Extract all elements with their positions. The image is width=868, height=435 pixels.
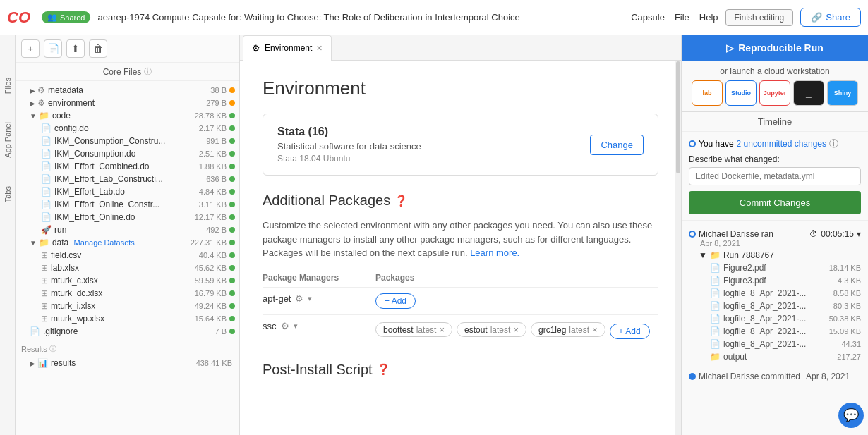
tab-environment[interactable]: ⚙ Environment × (243, 35, 332, 61)
run-expand-icon[interactable]: ▾ (857, 229, 861, 239)
list-item[interactable]: 🚀 run 492 B (16, 223, 239, 236)
run-folder-name: ▼ 📁 Run 7888767 (699, 250, 861, 260)
xlsx-icon: ⊞ (41, 301, 48, 311)
tab-close-button[interactable]: × (316, 42, 322, 54)
chat-bubble-button[interactable]: 💬 (838, 403, 864, 428)
package-tag-grc1leg: grc1leg latest × (531, 322, 605, 337)
new-folder-button[interactable]: 📄 (44, 39, 62, 58)
tab-label: Environment (265, 43, 312, 53)
list-item[interactable]: ⊞ mturk_c.xlsx 59.59 KB (16, 274, 239, 287)
run-file-output[interactable]: 📁 output 217.27 (699, 350, 861, 363)
tree-item-code[interactable]: ▼ 📁 code 28.78 KB (16, 109, 239, 122)
list-item[interactable]: 📄 .gitignore 7 B (16, 325, 239, 338)
list-item[interactable]: 📄 IKM_Consumption_Constru... 991 B (16, 135, 239, 147)
file-icon: 📄 (41, 161, 52, 171)
pkg-col-packages-header: Packages (375, 273, 658, 283)
apt-get-settings-icon[interactable]: ⚙ (295, 293, 303, 304)
describe-input[interactable] (689, 167, 861, 185)
cloud-workstation-section: or launch a cloud workstation lab Studio… (682, 61, 868, 112)
cloud-icon-shiny[interactable]: Shiny (827, 80, 858, 106)
stata-desc: Statistical software for data science (277, 141, 421, 152)
cloud-icon-studio[interactable]: Studio (725, 80, 757, 106)
delete-button[interactable]: 🗑 (89, 39, 107, 58)
list-item[interactable]: ⊞ lab.xlsx 45.62 KB (16, 262, 239, 274)
core-files-header: Core Files ⓘ (16, 63, 239, 81)
menu-help[interactable]: Help (699, 12, 718, 23)
share-icon: 🔗 (811, 12, 822, 23)
status-dot (229, 189, 235, 195)
ssc-settings-icon[interactable]: ⚙ (281, 321, 289, 331)
tree-item-environment[interactable]: ▶ ⚙ environment 279 B (16, 97, 239, 109)
remove-boottest-button[interactable]: × (439, 324, 445, 335)
list-item[interactable]: 📄 IKM_Effort_Combined.do 1.88 KB (16, 160, 239, 173)
run-date: Apr 8, 2021 (700, 239, 861, 247)
file-icon: 📄 (41, 187, 52, 197)
ssc-add-button[interactable]: + Add (610, 324, 650, 339)
pkg-col-manager-header: Package Managers (263, 273, 375, 283)
list-item[interactable]: 📄 config.do 2.17 KB (16, 122, 239, 135)
apt-get-add-button[interactable]: + Add (375, 293, 416, 309)
menu-file[interactable]: File (675, 12, 689, 23)
share-button[interactable]: 🔗 Share (800, 8, 861, 27)
status-dot (229, 316, 235, 321)
tab-bar: ⚙ Environment × (240, 35, 681, 61)
list-item[interactable]: 📄 IKM_Effort_Lab.do 4.84 KB (16, 185, 239, 198)
cloud-icon-jupyter[interactable]: Jupyter (759, 80, 790, 106)
learn-more-link[interactable]: Learn more. (470, 247, 519, 258)
list-item[interactable]: 📄 IKM_Effort_Online_Constr... 3.11 KB (16, 198, 239, 211)
cloud-icon-lab[interactable]: lab (692, 80, 723, 106)
upload-button[interactable]: ⬆ (66, 39, 85, 58)
run-file-figure3[interactable]: 📄 Figure3.pdf 4.3 KB (699, 274, 861, 287)
commit-changes-button[interactable]: Commit Changes (689, 191, 861, 214)
run-file-log3[interactable]: 📄 logfile_8_Apr_2021-... 50.38 KB (699, 312, 861, 325)
run-file-log5[interactable]: 📄 logfile_8_Apr_2021-... 44.31 (699, 338, 861, 350)
list-item[interactable]: 📄 IKM_Effort_Lab_Constructi... 636 B (16, 173, 239, 185)
post-install-help-icon[interactable]: ❓ (377, 363, 390, 376)
folder-arrow-icon: ▼ (30, 239, 37, 247)
ssc-chevron-icon[interactable]: ▾ (294, 321, 298, 331)
list-item[interactable]: ⊞ field.csv 40.4 KB (16, 249, 239, 262)
tree-item-results[interactable]: ▶ 📊 results 438.41 KB (16, 357, 239, 369)
list-item[interactable]: 📄 IKM_Effort_Online.do 12.17 KB (16, 211, 239, 223)
right-panel: ▷ Reproducible Run or launch a cloud wor… (681, 35, 868, 435)
tree-item-data[interactable]: ▼ 📁 data Manage Datasets 227.31 KB (16, 236, 239, 249)
remove-grc1leg-button[interactable]: × (592, 324, 598, 335)
remove-estout-button[interactable]: × (513, 324, 519, 335)
list-item[interactable]: ⊞ mturk_dc.xlsx 16.79 KB (16, 287, 239, 300)
sidebar-item-files[interactable]: Files (4, 78, 12, 94)
sidebar-toolbar: + 📄 ⬆ 🗑 (16, 35, 239, 63)
reproducible-run-header: ▷ Reproducible Run (682, 35, 868, 61)
finish-editing-button[interactable]: Finish editing (725, 9, 794, 26)
timeline-content: Michael Darisse ran ⏱ 00:05:15 ▾ Apr 8, … (682, 221, 868, 435)
folder-arrow-icon: ▶ (30, 87, 35, 94)
scrollbar-track[interactable] (675, 61, 681, 435)
additional-packages-help-icon[interactable]: ❓ (394, 195, 408, 207)
apt-get-chevron-icon[interactable]: ▾ (308, 294, 312, 303)
packages-desc: Customize the selected environment with … (263, 219, 658, 260)
results-folder-icon: 📊 (37, 358, 48, 368)
tree-item-metadata[interactable]: ▶ ⚙ metadata 38 B (16, 84, 239, 97)
run-file-log1[interactable]: 📄 logfile_8_Apr_2021-... 8.58 KB (699, 287, 861, 300)
manage-datasets-link[interactable]: Manage Datasets (74, 238, 135, 247)
uncommitted-info-icon[interactable]: ⓘ (829, 137, 838, 150)
cloud-icon-terminal[interactable]: _ (793, 80, 824, 106)
new-file-button[interactable]: + (21, 39, 40, 58)
list-item[interactable]: ⊞ mturk_i.xlsx 49.24 KB (16, 300, 239, 312)
run-file-figure2[interactable]: 📄 Figure2.pdf 18.14 KB (699, 262, 861, 274)
folder-icon: 📁 (710, 352, 721, 362)
scrollbar-thumb[interactable] (676, 61, 680, 173)
list-item[interactable]: 📄 IKM_Consumption.do 2.51 KB (16, 147, 239, 160)
status-dot (229, 100, 235, 106)
sidebar-item-tabs[interactable]: Tabs (4, 186, 12, 202)
list-item[interactable]: ⊞ mturk_wp.xlsx 15.64 KB (16, 312, 239, 325)
run-folder: ▼ 📁 Run 7888767 📄 Figure2.pdf 18.14 KB 📄… (699, 250, 861, 363)
sidebar-item-app-panel[interactable]: App Panel (4, 122, 12, 158)
timeline-header: Timeline (682, 112, 868, 132)
run-file-log4[interactable]: 📄 logfile_8_Apr_2021-... 15.09 KB (699, 325, 861, 338)
change-environment-button[interactable]: Change (590, 135, 644, 155)
run-file-log2[interactable]: 📄 logfile_8_Apr_2021-... 80.3 KB (699, 300, 861, 312)
menu-capsule[interactable]: Capsule (631, 12, 665, 23)
menu-bar: Capsule File Help (631, 12, 718, 23)
uncommitted-link[interactable]: 2 uncommitted changes (737, 139, 826, 149)
status-dot (229, 290, 235, 296)
